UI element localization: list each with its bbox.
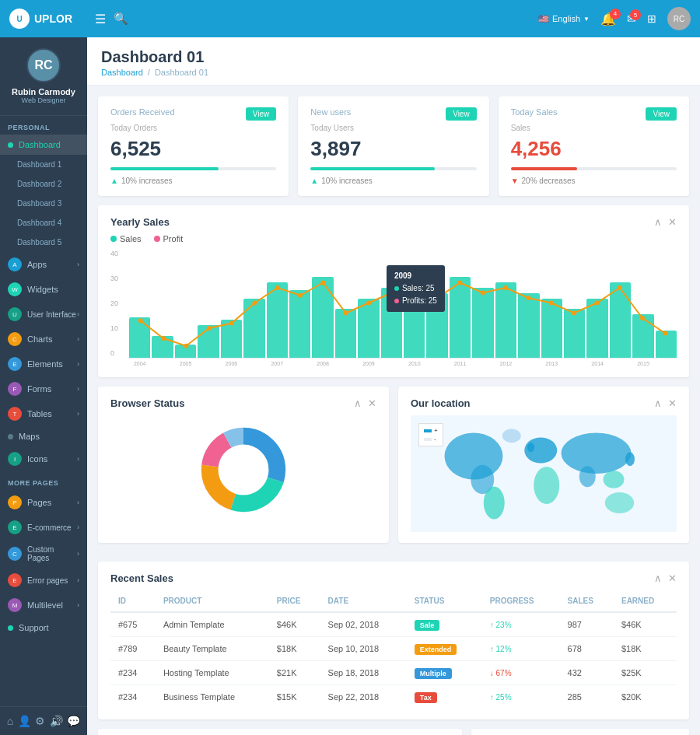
- messages-icon[interactable]: ✉ 5: [627, 12, 636, 25]
- cell-earned-3: $20K: [614, 685, 677, 709]
- active-dot: [8, 142, 13, 148]
- sidebar-item-dashboard1[interactable]: Dashboard 1: [0, 155, 87, 174]
- sidebar-item-dashboard2[interactable]: Dashboard 2: [0, 174, 87, 194]
- search-icon[interactable]: 🔍: [114, 12, 128, 26]
- language-selector[interactable]: 🇺🇸 English ▼: [538, 14, 590, 24]
- sidebar-item-dashboard5[interactable]: Dashboard 5: [0, 233, 87, 252]
- world-map-svg: [411, 415, 677, 532]
- menu-toggle-icon[interactable]: ☰: [95, 12, 106, 26]
- users-progress-bar: [310, 167, 476, 170]
- user-avatar-topnav[interactable]: RC: [667, 7, 691, 30]
- sidebar-item-apps[interactable]: A Apps ›: [0, 252, 87, 277]
- errorpages-icon: E: [8, 573, 22, 587]
- sidebar-item-ui[interactable]: U User Interface ›: [0, 302, 87, 327]
- yearly-collapse-btn[interactable]: ∧: [654, 216, 662, 228]
- yearly-sales-title: Yearly Sales: [110, 216, 170, 228]
- sales-close-btn[interactable]: ✕: [668, 572, 677, 584]
- sales-footer-text: 20% decreases: [522, 177, 576, 185]
- sidebar-item-custompages[interactable]: C Custom Pages ›: [0, 540, 87, 568]
- sidebar-item-widgets[interactable]: W Widgets: [0, 277, 87, 302]
- sidebar-section-personal: PERSONAL: [0, 116, 87, 135]
- chart-bar-7: [289, 290, 310, 358]
- x-label-16: 2012: [495, 361, 516, 366]
- stat-card-orders-title: Orders Received: [110, 107, 175, 117]
- notification-bell[interactable]: 🔔 4: [600, 12, 616, 26]
- sidebar-section-more: MORE PAGES: [0, 471, 87, 490]
- cell-product-0: Admin Template: [156, 612, 269, 637]
- chart-bar-22: [632, 314, 653, 358]
- location-collapse-btn[interactable]: ∧: [654, 397, 662, 409]
- pages-chevron: ›: [77, 499, 79, 506]
- content-area: Orders Received View Today Orders 6,525 …: [87, 86, 700, 735]
- stat-sublabel-sales: Sales: [511, 124, 677, 132]
- user-profile: RC Rubin Carmody Web Designer: [0, 37, 87, 116]
- location-close-btn[interactable]: ✕: [668, 397, 677, 409]
- sidebar-label-d3: Dashboard 3: [17, 199, 61, 208]
- tables-icon: T: [8, 407, 22, 421]
- cell-date-1: Sep 10, 2018: [320, 637, 407, 661]
- cell-sales-1: 678: [560, 637, 614, 661]
- browser-close-btn[interactable]: ✕: [368, 397, 376, 409]
- tooltip-profit: Profits: 25: [394, 295, 437, 307]
- stat-card-sales-view-btn[interactable]: View: [646, 107, 677, 121]
- sidebar-label-d1: Dashboard 1: [17, 160, 61, 169]
- stat-sublabel-users: Today Users: [310, 124, 476, 132]
- breadcrumb-home[interactable]: Dashboard: [101, 68, 143, 77]
- sidebar-item-dashboard4[interactable]: Dashboard 4: [0, 213, 87, 233]
- sidebar-footer-chat[interactable]: 💬: [67, 715, 80, 727]
- x-label-2: 2005: [175, 361, 196, 366]
- sidebar-footer-home[interactable]: ⌂: [7, 715, 13, 727]
- sidebar-item-ecommerce[interactable]: E E-commerce ›: [0, 515, 87, 540]
- stat-card-orders-view-btn[interactable]: View: [246, 107, 277, 121]
- svg-point-37: [579, 466, 596, 487]
- table-row: #234 Business Template $15K Sep 22, 2018…: [110, 685, 677, 709]
- yearly-close-btn[interactable]: ✕: [668, 216, 677, 228]
- chart-area: 2009 Sales: 25 Profits: 25 2004200520062…: [129, 250, 677, 366]
- sidebar-footer-audio[interactable]: 🔊: [50, 715, 63, 727]
- icons-chevron: ›: [77, 455, 79, 463]
- sidebar-item-tables[interactable]: T Tables ›: [0, 401, 87, 426]
- cell-id-1: #789: [110, 637, 156, 661]
- grid-icon[interactable]: ⊞: [647, 12, 656, 25]
- sidebar-label-forms: Forms: [27, 384, 51, 394]
- sales-collapse-btn[interactable]: ∧: [654, 572, 662, 584]
- two-col-section: Browser Status ∧ ✕: [98, 387, 689, 552]
- chart-bar-1: [152, 336, 173, 358]
- cell-earned-1: $18K: [614, 637, 677, 661]
- status-badge-0: Sale: [415, 620, 440, 631]
- sidebar-item-support[interactable]: Support: [0, 618, 87, 638]
- x-label-17: [518, 361, 539, 366]
- yearly-sales-panel: Yearly Sales ∧ ✕ Sales Profit 40 30 20: [98, 205, 689, 377]
- sidebar-item-forms[interactable]: F Forms ›: [0, 376, 87, 401]
- chart-bar-17: [518, 293, 539, 358]
- sidebar-footer-settings[interactable]: ⚙: [35, 715, 45, 727]
- sidebar-item-icons[interactable]: I Icons ›: [0, 446, 87, 471]
- col-id: ID: [110, 590, 156, 612]
- users-footer-text: 10% increases: [321, 177, 373, 185]
- sidebar-item-errorpages[interactable]: E Error pages ›: [0, 568, 87, 593]
- chart-x-labels: 2004200520062007200820092010201120122013…: [129, 361, 677, 366]
- orders-arrow: ▲: [110, 177, 118, 185]
- chart-bar-18: [541, 299, 562, 358]
- users-footer: ▲ 10% increases: [310, 177, 476, 185]
- browser-collapse-btn[interactable]: ∧: [354, 397, 362, 409]
- sidebar-footer-user[interactable]: 👤: [18, 715, 31, 727]
- sales-table: ID PRODUCT PRICE DATE STATUS PROGRESS SA…: [110, 590, 677, 709]
- notif-badge-2: 5: [630, 9, 641, 20]
- browser-status-panel: Browser Status ∧ ✕: [98, 387, 389, 543]
- sidebar-item-dashboard[interactable]: Dashboard: [0, 135, 87, 155]
- elements-icon: E: [8, 357, 22, 371]
- sidebar-item-elements[interactable]: E Elements ›: [0, 352, 87, 376]
- sidebar-item-charts[interactable]: C Charts ›: [0, 327, 87, 352]
- avatar: RC: [26, 48, 61, 82]
- breadcrumb-current: Dashboard 01: [155, 68, 208, 77]
- col-progress: PROGRESS: [482, 590, 560, 612]
- stat-card-users-view-btn[interactable]: View: [446, 107, 477, 121]
- sidebar-item-pages[interactable]: P Pages ›: [0, 490, 87, 515]
- chart-bar-5: [243, 299, 264, 358]
- tables-chevron: ›: [77, 410, 79, 418]
- sidebar-item-maps[interactable]: Maps: [0, 426, 87, 446]
- sidebar-item-multilevel[interactable]: M Multilevel ›: [0, 593, 87, 618]
- cell-progress-1: ↑ 12%: [482, 637, 560, 661]
- sidebar-item-dashboard3[interactable]: Dashboard 3: [0, 194, 87, 213]
